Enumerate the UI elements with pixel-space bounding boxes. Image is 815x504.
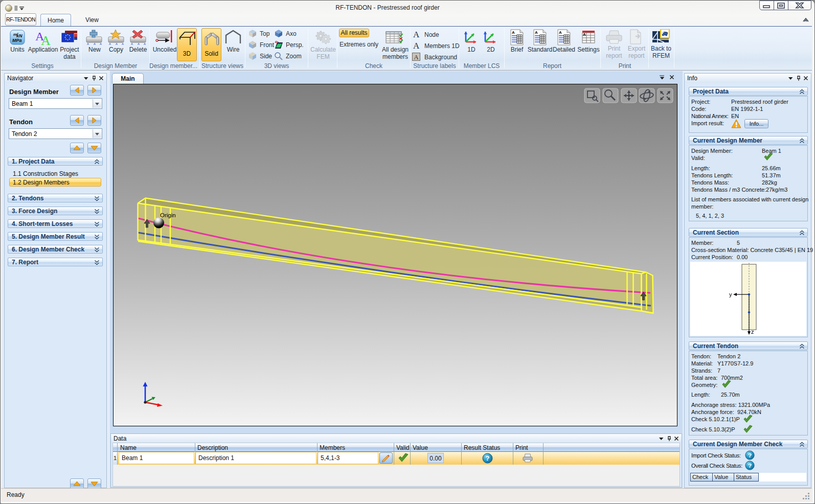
svg-text:A: A	[138, 42, 140, 45]
svg-text:A: A	[122, 42, 124, 45]
svg-text:A: A	[109, 42, 111, 45]
svg-text:?: ?	[748, 452, 752, 459]
svg-text:Origin: Origin	[160, 212, 176, 218]
svg-text:?: ?	[748, 462, 752, 469]
svg-text:A: A	[100, 42, 102, 45]
svg-text:A: A	[583, 32, 586, 37]
svg-text:A: A	[512, 30, 515, 35]
svg-text:A: A	[41, 33, 51, 45]
svg-text:A: A	[535, 30, 538, 35]
svg-text:A: A	[559, 30, 562, 35]
svg-text:A: A	[116, 42, 118, 45]
svg-text:y: y	[729, 291, 732, 297]
svg-text:A: A	[87, 42, 89, 45]
svg-text:A: A	[144, 42, 146, 45]
svg-text:A: A	[131, 42, 133, 45]
svg-text:MPa: MPa	[12, 38, 22, 43]
svg-text:A: A	[94, 42, 96, 45]
svg-text:z: z	[751, 329, 754, 335]
svg-text:?: ?	[486, 454, 490, 462]
